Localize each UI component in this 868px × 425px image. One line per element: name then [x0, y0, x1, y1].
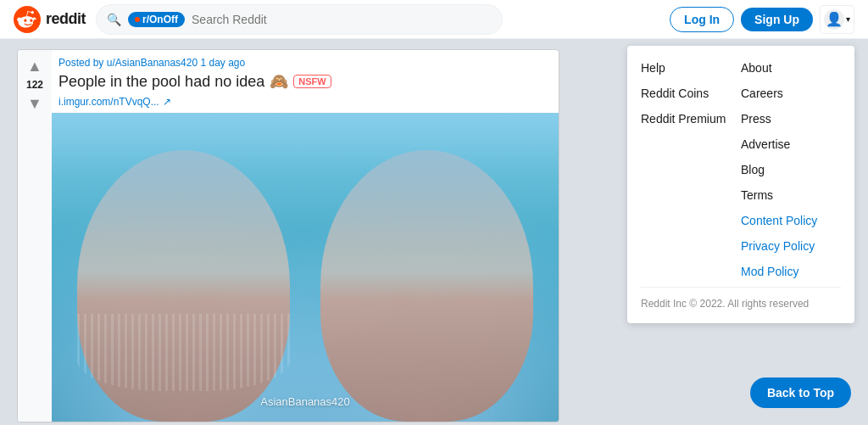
menu-item-help[interactable]: Help: [641, 59, 741, 76]
menu-divider: [641, 287, 841, 288]
post-emoji: 🙈: [270, 72, 288, 91]
post-meta-text: Posted by u/AsianBananas420 1 day ago: [58, 57, 245, 69]
subreddit-label: r/OnOff: [142, 14, 178, 25]
menu-item-advertise[interactable]: Advertise: [741, 136, 841, 153]
subreddit-pill[interactable]: r/OnOff: [128, 12, 185, 27]
vote-sidebar: ▲ 122 ▼: [18, 50, 52, 422]
menu-item-reddit-coins[interactable]: Reddit Coins: [641, 85, 741, 102]
header: reddit 🔍 r/OnOff Log In Sign Up 👤 ▾: [0, 0, 868, 39]
search-bar[interactable]: 🔍 r/OnOff: [96, 4, 503, 35]
post-image: AsianBananas420: [52, 113, 559, 422]
copyright-text: Reddit Inc © 2022. All rights reserved: [641, 298, 841, 310]
menu-item-privacy-policy[interactable]: Privacy Policy: [741, 238, 841, 254]
main-content: ▲ 122 ▼ Posted by u/AsianBananas420 1 da…: [0, 39, 868, 425]
menu-item-mod-policy[interactable]: Mod Policy: [741, 263, 841, 280]
login-button[interactable]: Log In: [670, 7, 734, 32]
search-icon: 🔍: [107, 13, 121, 26]
nsfw-badge: nsfw: [293, 75, 331, 88]
menu-item-about[interactable]: About: [741, 59, 841, 76]
post-area: ▲ 122 ▼ Posted by u/AsianBananas420 1 da…: [0, 39, 614, 425]
user-menu-button[interactable]: 👤 ▾: [820, 5, 854, 34]
search-input[interactable]: [192, 13, 492, 26]
post-meta: Posted by u/AsianBananas420 1 day ago: [52, 50, 559, 72]
upvote-button[interactable]: ▲: [25, 57, 44, 75]
vote-count: 122: [26, 79, 43, 91]
back-to-top-button[interactable]: Back to Top: [750, 377, 851, 408]
post-card: ▲ 122 ▼ Posted by u/AsianBananas420 1 da…: [17, 49, 559, 422]
header-right: Log In Sign Up 👤 ▾: [670, 5, 854, 34]
menu-item-reddit-premium[interactable]: Reddit Premium: [641, 110, 741, 127]
menu-item-content-policy[interactable]: Content Policy: [741, 212, 841, 229]
menu-col-1: Help Reddit Coins Reddit Premium: [641, 59, 741, 280]
swimsuit-left: [77, 314, 290, 391]
chevron-down-icon: ▾: [846, 14, 850, 24]
post-content: Posted by u/AsianBananas420 1 day ago Pe…: [52, 50, 559, 422]
figure-right: [320, 150, 533, 422]
post-title-row: People in the pool had no idea 🙈 nsfw: [52, 72, 559, 96]
right-panel: Help Reddit Coins Reddit Premium About C…: [614, 39, 868, 425]
underwater-scene: AsianBananas420: [52, 113, 559, 422]
menu-item-careers[interactable]: Careers: [741, 85, 841, 102]
dropdown-menu: Help Reddit Coins Reddit Premium About C…: [627, 46, 854, 323]
menu-item-terms[interactable]: Terms: [741, 187, 841, 204]
post-link-text: i.imgur.com/nTVvqQ...: [58, 96, 159, 108]
signup-button[interactable]: Sign Up: [741, 8, 813, 31]
post-title: People in the pool had no idea: [58, 73, 264, 91]
post-link[interactable]: i.imgur.com/nTVvqQ... ↗: [52, 96, 559, 113]
external-link-icon: ↗: [163, 96, 171, 108]
menu-col-2: About Careers Press Advertise Blog Terms…: [741, 59, 841, 280]
watermark: AsianBananas420: [260, 395, 350, 408]
reddit-logo-icon: [14, 6, 41, 33]
reddit-wordmark: reddit: [46, 10, 86, 28]
menu-item-press[interactable]: Press: [741, 110, 841, 127]
user-avatar: 👤: [824, 9, 844, 30]
menu-item-blog[interactable]: Blog: [741, 161, 841, 178]
subreddit-dot: [135, 17, 140, 22]
downvote-button[interactable]: ▼: [25, 94, 44, 113]
logo-area: reddit: [14, 6, 86, 33]
